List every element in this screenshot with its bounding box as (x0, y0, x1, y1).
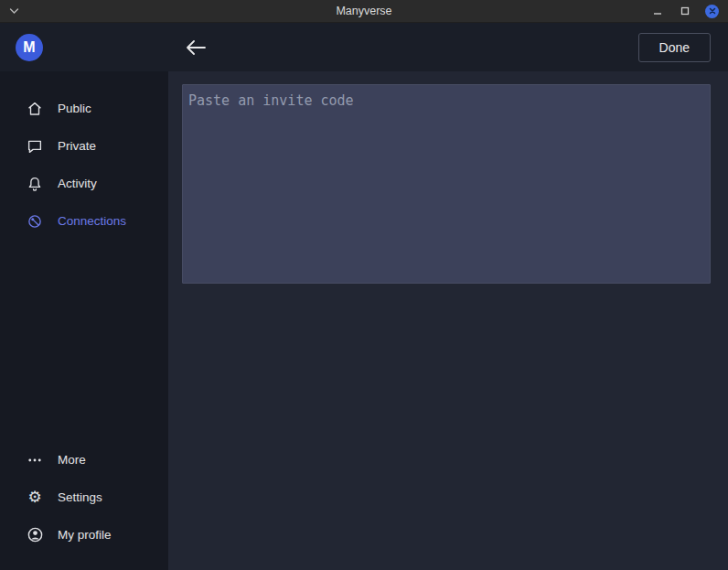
titlebar: Manyverse (0, 0, 728, 23)
sidebar-item-label: Private (58, 139, 96, 153)
gear-icon: ⚙ (26, 489, 44, 507)
window-title: Manyverse (0, 5, 728, 17)
sidebar-item-connections[interactable]: Connections (0, 202, 168, 240)
message-icon (26, 137, 44, 156)
close-button[interactable] (705, 5, 719, 18)
sidebar: Public Private Activity (0, 71, 168, 570)
done-button[interactable]: Done (638, 33, 711, 62)
sidebar-item-more[interactable]: More (0, 441, 168, 479)
sidebar-item-label: Public (58, 102, 91, 115)
window-controls (650, 4, 728, 18)
manyverse-logo: M (16, 34, 43, 61)
invite-code-input[interactable] (182, 84, 711, 284)
sidebar-item-activity[interactable]: Activity (0, 165, 168, 202)
person-icon (26, 526, 44, 544)
sidebar-item-label: More (58, 453, 86, 467)
sidebar-item-settings[interactable]: ⚙ Settings (0, 479, 168, 516)
sidebar-item-private[interactable]: Private (0, 127, 168, 165)
bell-icon (26, 175, 44, 193)
sidebar-spacer (0, 240, 168, 441)
minimize-button[interactable] (650, 4, 665, 18)
connections-icon (26, 212, 44, 231)
app-body: Public Private Activity (0, 71, 728, 570)
sidebar-item-label: Settings (58, 490, 102, 504)
sidebar-item-label: Activity (58, 177, 97, 190)
back-arrow-icon (186, 40, 206, 55)
logo-letter: M (23, 39, 35, 56)
sidebar-item-label: Connections (58, 214, 126, 228)
restore-button[interactable] (678, 4, 692, 18)
sidebar-item-label: My profile (58, 528, 112, 542)
main-content (168, 71, 728, 570)
sidebar-item-my-profile[interactable]: My profile (0, 516, 168, 554)
home-icon (26, 100, 44, 118)
dots-icon (26, 451, 44, 469)
app-header: M Done (0, 23, 728, 71)
app-window: Manyverse M Done (0, 0, 728, 570)
header-toolbar: Done (168, 33, 728, 62)
logo-area: M (0, 34, 168, 61)
sidebar-item-public[interactable]: Public (0, 90, 168, 127)
back-button[interactable] (186, 40, 206, 55)
window-menu-chevron-icon[interactable] (9, 7, 19, 15)
